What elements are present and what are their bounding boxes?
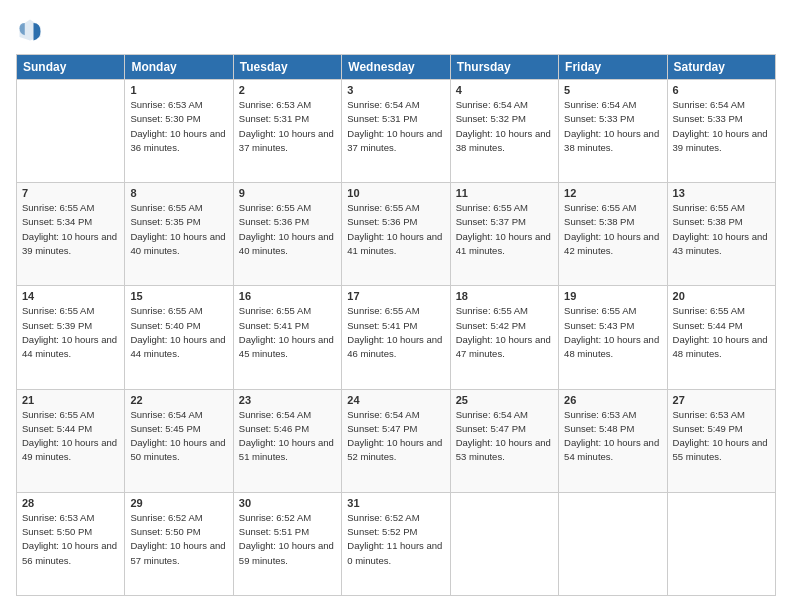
- sunrise-text: Sunrise: 6:55 AM: [673, 304, 770, 318]
- sunrise-text: Sunrise: 6:54 AM: [239, 408, 336, 422]
- cell-text: Sunrise: 6:54 AM Sunset: 5:33 PM Dayligh…: [673, 98, 770, 155]
- calendar-cell: 13 Sunrise: 6:55 AM Sunset: 5:38 PM Dayl…: [667, 183, 775, 286]
- daylight-text: Daylight: 10 hours and 45 minutes.: [239, 333, 336, 362]
- calendar-cell: 9 Sunrise: 6:55 AM Sunset: 5:36 PM Dayli…: [233, 183, 341, 286]
- calendar-cell: 26 Sunrise: 6:53 AM Sunset: 5:48 PM Dayl…: [559, 389, 667, 492]
- cell-text: Sunrise: 6:55 AM Sunset: 5:41 PM Dayligh…: [347, 304, 444, 361]
- sunset-text: Sunset: 5:41 PM: [347, 319, 444, 333]
- day-number: 27: [673, 394, 770, 406]
- calendar-cell: 10 Sunrise: 6:55 AM Sunset: 5:36 PM Dayl…: [342, 183, 450, 286]
- day-number: 10: [347, 187, 444, 199]
- logo: [16, 16, 48, 44]
- cell-text: Sunrise: 6:55 AM Sunset: 5:37 PM Dayligh…: [456, 201, 553, 258]
- day-number: 14: [22, 290, 119, 302]
- daylight-text: Daylight: 10 hours and 49 minutes.: [22, 436, 119, 465]
- day-number: 29: [130, 497, 227, 509]
- day-number: 12: [564, 187, 661, 199]
- daylight-text: Daylight: 10 hours and 51 minutes.: [239, 436, 336, 465]
- calendar-header-tuesday: Tuesday: [233, 55, 341, 80]
- day-number: 24: [347, 394, 444, 406]
- cell-text: Sunrise: 6:55 AM Sunset: 5:35 PM Dayligh…: [130, 201, 227, 258]
- day-number: 26: [564, 394, 661, 406]
- cell-text: Sunrise: 6:54 AM Sunset: 5:47 PM Dayligh…: [347, 408, 444, 465]
- sunset-text: Sunset: 5:33 PM: [673, 112, 770, 126]
- sunset-text: Sunset: 5:35 PM: [130, 215, 227, 229]
- daylight-text: Daylight: 10 hours and 38 minutes.: [564, 127, 661, 156]
- day-number: 20: [673, 290, 770, 302]
- calendar-cell: 11 Sunrise: 6:55 AM Sunset: 5:37 PM Dayl…: [450, 183, 558, 286]
- cell-text: Sunrise: 6:55 AM Sunset: 5:38 PM Dayligh…: [564, 201, 661, 258]
- cell-text: Sunrise: 6:55 AM Sunset: 5:41 PM Dayligh…: [239, 304, 336, 361]
- calendar-cell: 3 Sunrise: 6:54 AM Sunset: 5:31 PM Dayli…: [342, 80, 450, 183]
- calendar-cell: 7 Sunrise: 6:55 AM Sunset: 5:34 PM Dayli…: [17, 183, 125, 286]
- sunrise-text: Sunrise: 6:55 AM: [456, 201, 553, 215]
- sunset-text: Sunset: 5:45 PM: [130, 422, 227, 436]
- cell-text: Sunrise: 6:53 AM Sunset: 5:48 PM Dayligh…: [564, 408, 661, 465]
- cell-text: Sunrise: 6:55 AM Sunset: 5:44 PM Dayligh…: [673, 304, 770, 361]
- calendar-cell: 2 Sunrise: 6:53 AM Sunset: 5:31 PM Dayli…: [233, 80, 341, 183]
- sunrise-text: Sunrise: 6:53 AM: [564, 408, 661, 422]
- calendar-cell: 29 Sunrise: 6:52 AM Sunset: 5:50 PM Dayl…: [125, 492, 233, 595]
- sunrise-text: Sunrise: 6:55 AM: [22, 201, 119, 215]
- day-number: 13: [673, 187, 770, 199]
- daylight-text: Daylight: 10 hours and 40 minutes.: [239, 230, 336, 259]
- sunrise-text: Sunrise: 6:52 AM: [239, 511, 336, 525]
- day-number: 9: [239, 187, 336, 199]
- cell-text: Sunrise: 6:55 AM Sunset: 5:36 PM Dayligh…: [347, 201, 444, 258]
- cell-text: Sunrise: 6:54 AM Sunset: 5:33 PM Dayligh…: [564, 98, 661, 155]
- cell-text: Sunrise: 6:52 AM Sunset: 5:52 PM Dayligh…: [347, 511, 444, 568]
- daylight-text: Daylight: 10 hours and 37 minutes.: [239, 127, 336, 156]
- calendar-header-wednesday: Wednesday: [342, 55, 450, 80]
- calendar-week-1: 1 Sunrise: 6:53 AM Sunset: 5:30 PM Dayli…: [17, 80, 776, 183]
- sunrise-text: Sunrise: 6:54 AM: [673, 98, 770, 112]
- daylight-text: Daylight: 10 hours and 41 minutes.: [347, 230, 444, 259]
- calendar-cell: 5 Sunrise: 6:54 AM Sunset: 5:33 PM Dayli…: [559, 80, 667, 183]
- daylight-text: Daylight: 10 hours and 39 minutes.: [22, 230, 119, 259]
- cell-text: Sunrise: 6:54 AM Sunset: 5:32 PM Dayligh…: [456, 98, 553, 155]
- sunset-text: Sunset: 5:46 PM: [239, 422, 336, 436]
- calendar-cell: 27 Sunrise: 6:53 AM Sunset: 5:49 PM Dayl…: [667, 389, 775, 492]
- calendar-cell: 19 Sunrise: 6:55 AM Sunset: 5:43 PM Dayl…: [559, 286, 667, 389]
- sunset-text: Sunset: 5:39 PM: [22, 319, 119, 333]
- sunset-text: Sunset: 5:52 PM: [347, 525, 444, 539]
- sunset-text: Sunset: 5:50 PM: [130, 525, 227, 539]
- calendar-cell: 12 Sunrise: 6:55 AM Sunset: 5:38 PM Dayl…: [559, 183, 667, 286]
- daylight-text: Daylight: 10 hours and 43 minutes.: [673, 230, 770, 259]
- sunset-text: Sunset: 5:44 PM: [22, 422, 119, 436]
- calendar-cell: 31 Sunrise: 6:52 AM Sunset: 5:52 PM Dayl…: [342, 492, 450, 595]
- calendar-header-sunday: Sunday: [17, 55, 125, 80]
- cell-text: Sunrise: 6:53 AM Sunset: 5:30 PM Dayligh…: [130, 98, 227, 155]
- calendar-cell: 25 Sunrise: 6:54 AM Sunset: 5:47 PM Dayl…: [450, 389, 558, 492]
- sunset-text: Sunset: 5:37 PM: [456, 215, 553, 229]
- calendar-header-monday: Monday: [125, 55, 233, 80]
- logo-icon: [16, 16, 44, 44]
- sunrise-text: Sunrise: 6:54 AM: [347, 408, 444, 422]
- day-number: 15: [130, 290, 227, 302]
- calendar-cell: 14 Sunrise: 6:55 AM Sunset: 5:39 PM Dayl…: [17, 286, 125, 389]
- daylight-text: Daylight: 10 hours and 52 minutes.: [347, 436, 444, 465]
- calendar-cell: 24 Sunrise: 6:54 AM Sunset: 5:47 PM Dayl…: [342, 389, 450, 492]
- sunrise-text: Sunrise: 6:55 AM: [22, 408, 119, 422]
- sunrise-text: Sunrise: 6:52 AM: [347, 511, 444, 525]
- calendar-cell: 18 Sunrise: 6:55 AM Sunset: 5:42 PM Dayl…: [450, 286, 558, 389]
- calendar-week-2: 7 Sunrise: 6:55 AM Sunset: 5:34 PM Dayli…: [17, 183, 776, 286]
- calendar-cell: [667, 492, 775, 595]
- daylight-text: Daylight: 10 hours and 44 minutes.: [22, 333, 119, 362]
- cell-text: Sunrise: 6:54 AM Sunset: 5:31 PM Dayligh…: [347, 98, 444, 155]
- sunrise-text: Sunrise: 6:55 AM: [564, 201, 661, 215]
- day-number: 7: [22, 187, 119, 199]
- sunset-text: Sunset: 5:31 PM: [239, 112, 336, 126]
- calendar-header-friday: Friday: [559, 55, 667, 80]
- cell-text: Sunrise: 6:52 AM Sunset: 5:50 PM Dayligh…: [130, 511, 227, 568]
- page-header: [16, 16, 776, 44]
- day-number: 16: [239, 290, 336, 302]
- daylight-text: Daylight: 10 hours and 55 minutes.: [673, 436, 770, 465]
- sunset-text: Sunset: 5:38 PM: [673, 215, 770, 229]
- calendar-cell: 21 Sunrise: 6:55 AM Sunset: 5:44 PM Dayl…: [17, 389, 125, 492]
- daylight-text: Daylight: 10 hours and 48 minutes.: [564, 333, 661, 362]
- calendar-cell: 17 Sunrise: 6:55 AM Sunset: 5:41 PM Dayl…: [342, 286, 450, 389]
- daylight-text: Daylight: 10 hours and 46 minutes.: [347, 333, 444, 362]
- cell-text: Sunrise: 6:55 AM Sunset: 5:42 PM Dayligh…: [456, 304, 553, 361]
- sunset-text: Sunset: 5:32 PM: [456, 112, 553, 126]
- daylight-text: Daylight: 11 hours and 0 minutes.: [347, 539, 444, 568]
